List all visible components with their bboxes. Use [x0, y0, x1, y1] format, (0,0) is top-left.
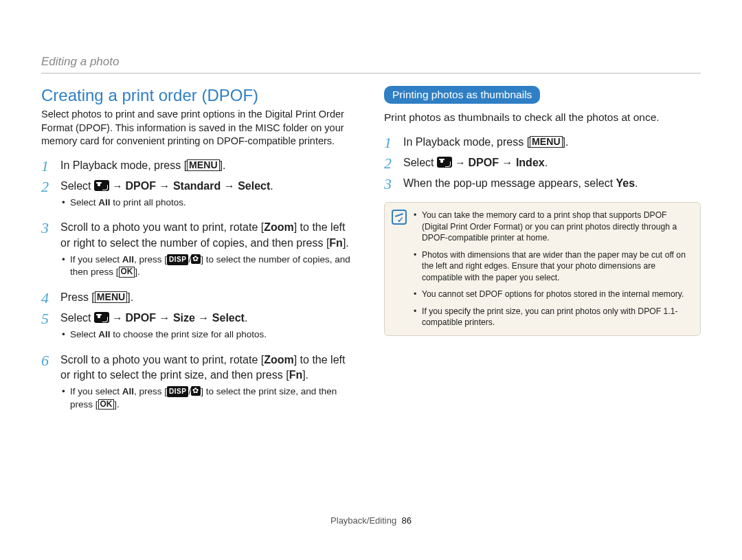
sub-item: If you select All, press [DISP/] to sele…	[60, 385, 358, 410]
sub-item: If you select All, press [DISP/] to sele…	[60, 254, 358, 278]
sub-item: Select All to choose the print size for …	[60, 328, 358, 341]
macro-icon	[191, 254, 201, 264]
step-4: 4 Press [MENU].	[41, 290, 358, 306]
note-item: If you specify the print size, you can p…	[414, 306, 692, 328]
left-column: Creating a print order (DPOF) Select pho…	[41, 86, 358, 515]
settings-icon	[437, 157, 452, 168]
step-1: 1 In Playback mode, press [MENU].	[41, 158, 358, 175]
page-heading: Creating a print order (DPOF)	[41, 86, 358, 105]
step-3: 3 Scroll to a photo you want to print, r…	[41, 220, 358, 285]
sub-bullets: Select All to print all photos.	[60, 194, 358, 216]
manual-page: Editing a photo Creating a print order (…	[0, 0, 742, 560]
step-text: Select → DPOF → Standard → Select. Selec…	[60, 179, 358, 216]
step-number: 1	[41, 158, 54, 175]
intro-paragraph: Print photos as thumbnails to check all …	[384, 111, 701, 125]
step-text: In Playback mode, press [MENU].	[403, 135, 701, 151]
settings-icon	[94, 180, 109, 191]
step-3: 3 When the pop-up message appears, selec…	[384, 176, 701, 192]
content-columns: Creating a print order (DPOF) Select pho…	[41, 86, 701, 515]
sub-item: Select All to print all photos.	[60, 197, 358, 209]
step-6: 6 Scroll to a photo you want to print, r…	[41, 352, 358, 418]
step-text: Scroll to a photo you want to print, rot…	[60, 352, 358, 418]
step-1: 1 In Playback mode, press [MENU].	[384, 135, 701, 151]
step-text: In Playback mode, press [MENU].	[60, 158, 358, 175]
step-list-left: 1 In Playback mode, press [MENU]. 2 Sele…	[41, 158, 358, 418]
note-item: Photos with dimensions that are wider th…	[414, 249, 692, 283]
step-number: 3	[41, 220, 54, 285]
disp-key-icon: DISP	[167, 386, 188, 397]
settings-icon	[94, 312, 109, 323]
step-text: Select → DPOF → Size → Select. Select Al…	[60, 311, 358, 348]
note-box: You can take the memory card to a print …	[384, 202, 701, 335]
step-text: Press [MENU].	[60, 290, 358, 306]
menu-key: MENU	[187, 159, 219, 171]
intro-paragraph: Select photos to print and save print op…	[41, 108, 358, 148]
menu-key: MENU	[95, 291, 127, 303]
menu-key: MENU	[530, 136, 562, 148]
footer-page-number: 86	[401, 515, 411, 526]
step-number: 1	[384, 135, 396, 151]
step-number: 2	[41, 179, 54, 216]
step-text: Select → DPOF → Index.	[403, 155, 701, 172]
section-label: Editing a photo	[41, 55, 701, 74]
disp-key-icon: DISP	[167, 254, 188, 265]
note-icon	[392, 210, 407, 225]
step-list-right: 1 In Playback mode, press [MENU]. 2 Sele…	[384, 135, 701, 193]
step-number: 4	[41, 290, 54, 306]
note-item: You cannot set DPOF options for photos s…	[414, 289, 692, 300]
step-number: 5	[41, 311, 54, 348]
footer-section: Playback/Editing	[330, 515, 396, 526]
step-number: 2	[384, 155, 396, 172]
sub-bullets: Select All to choose the print size for …	[60, 326, 358, 348]
note-list: You can take the memory card to a print …	[414, 210, 692, 328]
step-2: 2 Select → DPOF → Standard → Select. Sel…	[41, 179, 358, 216]
right-column: Printing photos as thumbnails Print phot…	[384, 86, 701, 515]
ok-key: OK	[98, 399, 115, 410]
macro-icon	[191, 386, 201, 396]
step-text: When the pop-up message appears, select …	[403, 176, 701, 192]
sub-bullets: If you select All, press [DISP/] to sele…	[60, 251, 358, 285]
ok-key: OK	[119, 267, 135, 277]
sub-bullets: If you select All, press [DISP/] to sele…	[60, 383, 358, 417]
subsection-pill: Printing photos as thumbnails	[384, 86, 540, 104]
step-number: 6	[41, 352, 54, 418]
step-2: 2 Select → DPOF → Index.	[384, 155, 701, 172]
step-text: Scroll to a photo you want to print, rot…	[60, 220, 358, 285]
page-footer: Playback/Editing 86	[41, 515, 701, 526]
note-item: You can take the memory card to a print …	[414, 210, 692, 243]
step-number: 3	[384, 176, 396, 192]
step-5: 5 Select → DPOF → Size → Select. Select …	[41, 311, 358, 348]
